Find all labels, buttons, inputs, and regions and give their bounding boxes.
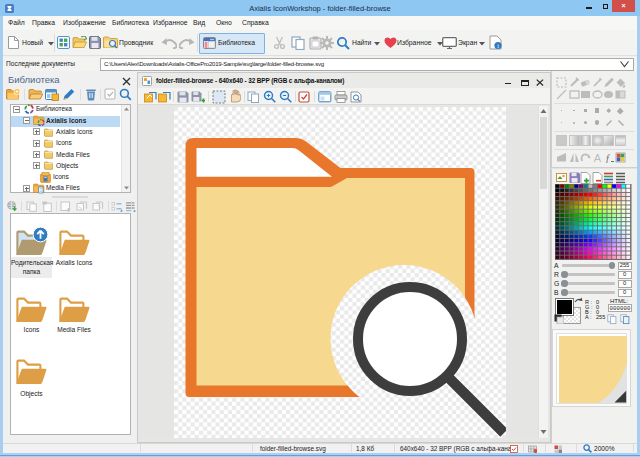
svg-text:f: f [606,153,610,164]
svg-text:A: A [593,152,601,163]
